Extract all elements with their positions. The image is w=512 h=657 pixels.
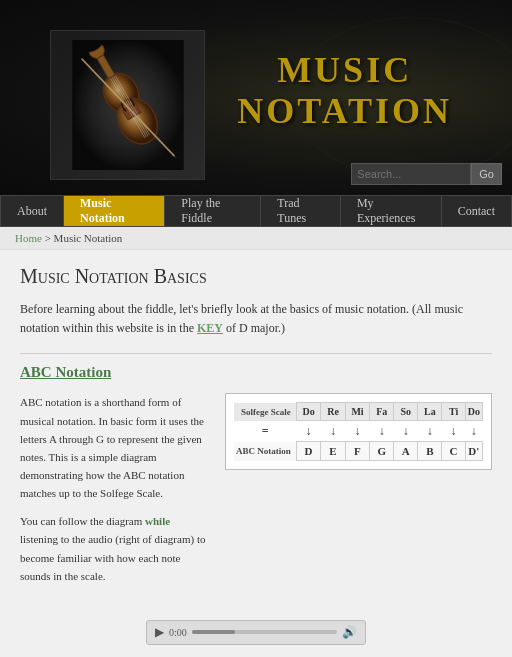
abc-A: A [394, 442, 418, 461]
site-title: MUSIC NOTATION [237, 50, 452, 133]
breadcrumb-home[interactable]: Home [15, 232, 42, 244]
page-content: Home > Music Notation Music Notation Bas… [0, 227, 512, 657]
solfege-so: So [394, 403, 418, 421]
solfege-diagram: Solfege Scale Do Re Mi Fa So La Ti Do = … [225, 393, 492, 470]
abc-E: E [321, 442, 345, 461]
nav-trad-tunes[interactable]: Trad Tunes [261, 196, 341, 226]
solfege-ti: Ti [442, 403, 465, 421]
solfege-do2: Do [465, 403, 482, 421]
search-button[interactable]: Go [471, 163, 502, 185]
arrow-4: ↓ [370, 421, 394, 442]
arrow-8: ↓ [465, 421, 482, 442]
main-navigation: About Music Notation Play the Fiddle Tra… [0, 195, 512, 227]
highlight-while: while [145, 515, 170, 527]
abc-F: F [345, 442, 370, 461]
equals-symbol: = [234, 421, 296, 442]
abc-Dprime: D' [465, 442, 482, 461]
solfege-mi: Mi [345, 403, 370, 421]
header: MUSIC NOTATION Go [0, 0, 512, 195]
abc-content-area: ABC notation is a shorthand form of musi… [20, 393, 492, 594]
violin-image [50, 30, 205, 180]
arrow-5: ↓ [394, 421, 418, 442]
section-divider [20, 353, 492, 354]
nav-my-experiences[interactable]: My Experiences [341, 196, 442, 226]
arrow-6: ↓ [418, 421, 442, 442]
breadcrumb-current: Music Notation [54, 232, 123, 244]
abc-C: C [442, 442, 465, 461]
progress-fill [192, 630, 236, 634]
breadcrumb: Home > Music Notation [0, 227, 512, 250]
audio-player[interactable]: ▶ 0:00 🔊 [146, 620, 366, 645]
nav-contact[interactable]: Contact [442, 196, 512, 226]
violin-svg-icon [68, 40, 188, 170]
abc-description: ABC notation is a shorthand form of musi… [20, 393, 210, 594]
abc-B: B [418, 442, 442, 461]
abc-G: G [370, 442, 394, 461]
search-bar: Go [351, 163, 502, 185]
solfege-table: Solfege Scale Do Re Mi Fa So La Ti Do = … [234, 402, 483, 461]
intro-text: Before learning about the fiddle, let's … [20, 300, 492, 338]
abc-heading: ABC Notation [20, 364, 492, 381]
play-button[interactable]: ▶ [155, 625, 164, 640]
audio-time: 0:00 [169, 627, 187, 638]
main-section: Music Notation Basics Before learning ab… [0, 250, 512, 657]
arrow-7: ↓ [442, 421, 465, 442]
title-line1: MUSIC [237, 50, 452, 91]
solfege-do: Do [296, 403, 321, 421]
title-line2: NOTATION [237, 91, 452, 132]
nav-music-notation[interactable]: Music Notation [64, 196, 165, 226]
solfege-la: La [418, 403, 442, 421]
abc-notation-row: ABC Notation D E F G A B C D' [234, 442, 483, 461]
search-input[interactable] [351, 163, 471, 185]
abc-row-label: ABC Notation [234, 442, 296, 461]
arrow-2: ↓ [321, 421, 345, 442]
arrow-row: = ↓ ↓ ↓ ↓ ↓ ↓ ↓ ↓ [234, 421, 483, 442]
progress-track[interactable] [192, 630, 337, 634]
abc-para2: You can follow the diagram while listeni… [20, 512, 210, 585]
solfege-header-row: Solfege Scale Do Re Mi Fa So La Ti Do [234, 403, 483, 421]
audio-player-bar: ▶ 0:00 🔊 [20, 610, 492, 655]
arrow-1: ↓ [296, 421, 321, 442]
solfege-fa: Fa [370, 403, 394, 421]
nav-play-fiddle[interactable]: Play the Fiddle [165, 196, 261, 226]
key-highlight: KEY [197, 321, 223, 335]
solfege-re: Re [321, 403, 345, 421]
abc-D: D [296, 442, 321, 461]
solfege-row-label: Solfege Scale [234, 403, 296, 421]
abc-para1: ABC notation is a shorthand form of musi… [20, 393, 210, 502]
arrow-3: ↓ [345, 421, 370, 442]
breadcrumb-separator: > [45, 232, 54, 244]
nav-about[interactable]: About [0, 196, 64, 226]
page-title: Music Notation Basics [20, 265, 492, 288]
volume-icon[interactable]: 🔊 [342, 625, 357, 640]
